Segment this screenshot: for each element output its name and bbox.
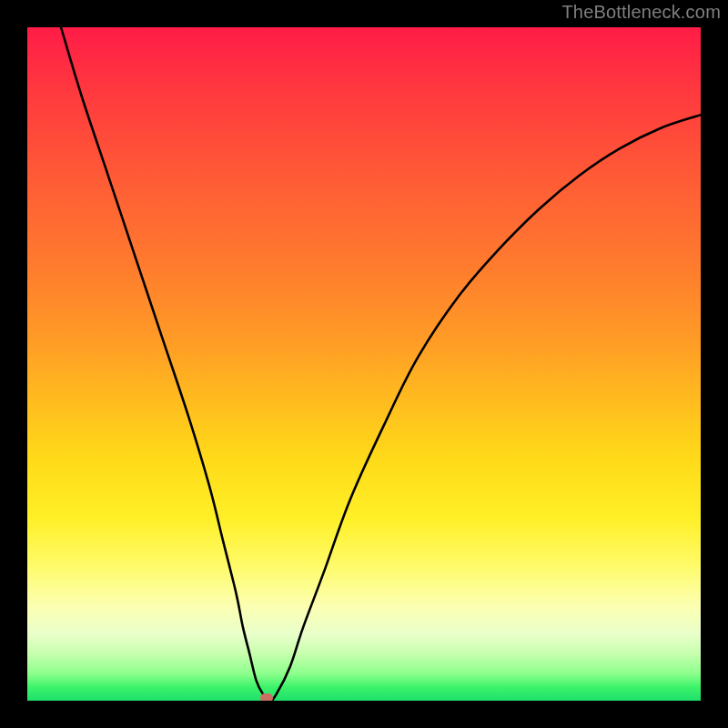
chart-root: TheBottleneck.com bbox=[0, 0, 728, 728]
watermark-text: TheBottleneck.com bbox=[561, 2, 721, 23]
optimal-point-marker bbox=[260, 693, 273, 701]
curve-svg bbox=[27, 27, 701, 701]
plot-area bbox=[27, 27, 701, 701]
bottleneck-curve bbox=[61, 27, 701, 701]
